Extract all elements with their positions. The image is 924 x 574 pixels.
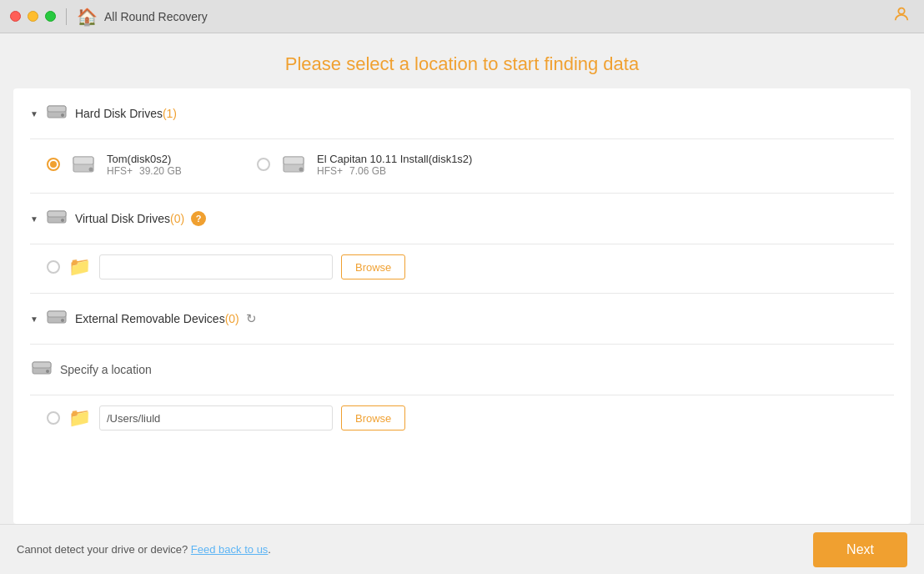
disk-item-1[interactable]: Tom(disk0s2) HFS+ 39.20 GB xyxy=(47,149,247,179)
virtual-path-input[interactable] xyxy=(99,254,333,279)
page-heading: Please select a location to start findin… xyxy=(13,33,911,88)
virtual-disk-icon xyxy=(45,205,68,232)
disk2-name: El Capitan 10.11 Install(disk1s2) xyxy=(317,153,472,165)
specify-browse-row: 📁 Browse xyxy=(47,405,894,430)
specify-path-input[interactable] xyxy=(99,405,333,430)
svg-point-3 xyxy=(61,113,64,117)
hard-disk-section-header[interactable]: ▼ Hard Disk Drives(1) xyxy=(13,88,911,138)
home-icon[interactable]: 🏠 xyxy=(77,7,98,27)
content-panel: ▼ Hard Disk Drives(1) xyxy=(13,88,911,524)
svg-point-0 xyxy=(898,8,904,14)
help-icon[interactable]: ? xyxy=(191,211,206,226)
hard-disk-chevron: ▼ xyxy=(30,109,38,118)
disk-items-list: Tom(disk0s2) HFS+ 39.20 GB xyxy=(47,149,894,179)
traffic-lights xyxy=(10,11,56,22)
external-disk-icon xyxy=(45,305,68,332)
user-icon[interactable] xyxy=(892,5,911,28)
virtual-disk-label: Virtual Disk Drives(0) xyxy=(75,212,184,225)
svg-rect-5 xyxy=(73,157,93,164)
specify-section-header: Specify a location xyxy=(13,345,911,395)
minimize-button[interactable] xyxy=(28,11,38,22)
svg-point-15 xyxy=(61,319,64,322)
disk2-icon xyxy=(279,149,309,179)
virtual-disk-section-header[interactable]: ▼ Virtual Disk Drives(0) ? xyxy=(13,194,911,244)
radio-specify[interactable] xyxy=(47,411,60,425)
disk2-meta: HFS+ 7.06 GB xyxy=(317,165,472,177)
next-button[interactable]: Next xyxy=(813,532,907,567)
hard-disk-icon xyxy=(45,100,68,127)
svg-rect-8 xyxy=(284,157,304,164)
disk1-info: Tom(disk0s2) HFS+ 39.20 GB xyxy=(107,153,182,177)
disk2-info: El Capitan 10.11 Install(disk1s2) HFS+ 7… xyxy=(317,153,472,177)
svg-point-18 xyxy=(46,370,49,373)
virtual-browse-button[interactable]: Browse xyxy=(341,254,405,279)
virtual-browse-row: 📁 Browse xyxy=(47,254,894,279)
disk1-name: Tom(disk0s2) xyxy=(107,153,182,165)
svg-rect-11 xyxy=(48,211,66,217)
titlebar-divider xyxy=(66,8,67,25)
virtual-disk-content: 📁 Browse xyxy=(13,244,911,293)
svg-rect-2 xyxy=(48,106,66,112)
app-title: All Round Recovery xyxy=(104,10,208,23)
svg-rect-17 xyxy=(33,362,51,368)
radio-disk2[interactable] xyxy=(257,158,270,171)
specify-content: 📁 Browse xyxy=(13,395,911,444)
close-button[interactable] xyxy=(10,11,21,22)
external-label: External Removable Devices(0) xyxy=(75,312,239,325)
specify-browse-button[interactable]: Browse xyxy=(341,405,405,430)
specify-icon xyxy=(30,356,53,383)
refresh-icon[interactable]: ↻ xyxy=(246,311,257,326)
svg-point-9 xyxy=(299,168,304,172)
virtual-disk-chevron: ▼ xyxy=(30,214,38,224)
main-area: Please select a location to start findin… xyxy=(0,33,924,524)
titlebar: 🏠 All Round Recovery xyxy=(0,0,924,33)
radio-disk1[interactable] xyxy=(47,158,60,171)
svg-point-6 xyxy=(89,168,93,172)
folder-icon-specify: 📁 xyxy=(68,407,91,429)
svg-point-12 xyxy=(61,219,64,222)
radio-virtual[interactable] xyxy=(47,260,60,274)
disk1-meta: HFS+ 39.20 GB xyxy=(107,165,182,177)
hard-disk-content: Tom(disk0s2) HFS+ 39.20 GB xyxy=(13,139,911,193)
folder-icon-virtual: 📁 xyxy=(68,256,91,278)
bottom-bar: Cannot detect your drive or device? Feed… xyxy=(0,524,924,574)
hard-disk-label: Hard Disk Drives(1) xyxy=(75,107,177,120)
disk-item-2[interactable]: El Capitan 10.11 Install(disk1s2) HFS+ 7… xyxy=(257,149,472,179)
external-chevron: ▼ xyxy=(30,315,38,324)
specify-label: Specify a location xyxy=(60,363,152,376)
feed-back-link[interactable]: Feed back to us xyxy=(191,543,269,556)
cannot-detect-text: Cannot detect your drive or device? Feed… xyxy=(17,543,271,556)
svg-rect-14 xyxy=(48,311,66,317)
fullscreen-button[interactable] xyxy=(45,11,56,22)
external-section-header[interactable]: ▼ External Removable Devices(0) ↻ xyxy=(13,294,911,344)
disk1-icon xyxy=(68,149,98,179)
